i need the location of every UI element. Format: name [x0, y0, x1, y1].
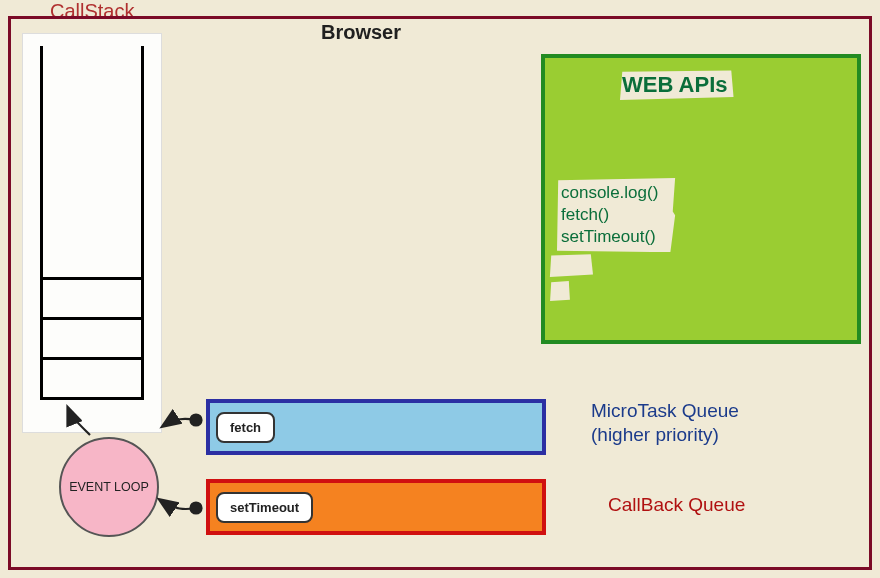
callstack-box [22, 33, 162, 433]
microtask-item: fetch [216, 412, 275, 443]
web-apis-title: WEB APIs [620, 70, 734, 100]
web-api-item: fetch() [561, 204, 658, 226]
callback-queue: setTimeout [206, 479, 546, 535]
eraser-mark [549, 253, 593, 277]
web-apis-list: console.log() fetch() setTimeout() [557, 178, 676, 252]
event-loop: EVENT LOOP [59, 437, 159, 537]
callback-item: setTimeout [216, 492, 313, 523]
web-apis-box: WEB APIs console.log() fetch() setTimeou… [541, 54, 861, 344]
callback-queue-label: CallBack Queue [608, 494, 745, 516]
microtask-queue: fetch [206, 399, 546, 455]
browser-container: Browser WEB APIs console.log() fetch() s… [8, 16, 872, 570]
eraser-mark [549, 280, 571, 302]
stack-slot [43, 237, 141, 277]
callstack [40, 46, 144, 400]
browser-label: Browser [321, 21, 401, 44]
microtask-queue-label: MicroTask Queue (higher priority) [591, 399, 739, 447]
stack-slot [43, 357, 141, 397]
web-api-item: setTimeout() [561, 226, 658, 248]
stack-slot [43, 277, 141, 317]
event-loop-label: EVENT LOOP [69, 480, 149, 494]
stack-slot [43, 317, 141, 357]
web-api-item: console.log() [561, 182, 658, 204]
